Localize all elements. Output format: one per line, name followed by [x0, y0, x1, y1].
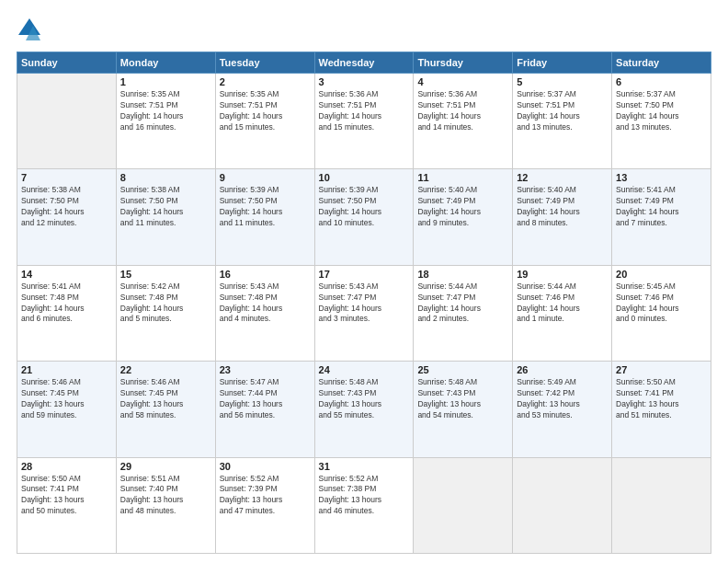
- day-info: Sunrise: 5:35 AM Sunset: 7:51 PM Dayligh…: [220, 89, 311, 133]
- calendar-cell: 18Sunrise: 5:44 AM Sunset: 7:47 PM Dayli…: [414, 265, 513, 361]
- day-info: Sunrise: 5:47 AM Sunset: 7:44 PM Dayligh…: [220, 377, 311, 421]
- calendar-cell: [612, 457, 711, 553]
- calendar-cell: 11Sunrise: 5:40 AM Sunset: 7:49 PM Dayli…: [414, 169, 513, 265]
- weekday-header-row: SundayMondayTuesdayWednesdayThursdayFrid…: [17, 52, 711, 74]
- day-number: 24: [319, 364, 410, 375]
- week-row-2: 7Sunrise: 5:38 AM Sunset: 7:50 PM Daylig…: [17, 169, 711, 265]
- day-number: 10: [319, 172, 410, 183]
- day-number: 1: [120, 76, 211, 87]
- calendar-cell: 24Sunrise: 5:48 AM Sunset: 7:43 PM Dayli…: [314, 362, 414, 457]
- calendar-cell: 28Sunrise: 5:50 AM Sunset: 7:41 PM Dayli…: [17, 457, 117, 553]
- day-info: Sunrise: 5:38 AM Sunset: 7:50 PM Dayligh…: [120, 185, 211, 229]
- page: SundayMondayTuesdayWednesdayThursdayFrid…: [0, 0, 728, 563]
- day-info: Sunrise: 5:45 AM Sunset: 7:46 PM Dayligh…: [616, 282, 707, 326]
- day-info: Sunrise: 5:48 AM Sunset: 7:43 PM Dayligh…: [417, 377, 508, 421]
- calendar-cell: [414, 457, 513, 553]
- header: [17, 17, 711, 42]
- calendar-cell: 4Sunrise: 5:36 AM Sunset: 7:51 PM Daylig…: [414, 74, 513, 169]
- calendar-cell: 17Sunrise: 5:43 AM Sunset: 7:47 PM Dayli…: [314, 265, 414, 361]
- day-info: Sunrise: 5:43 AM Sunset: 7:48 PM Dayligh…: [220, 282, 311, 326]
- calendar-cell: 2Sunrise: 5:35 AM Sunset: 7:51 PM Daylig…: [215, 74, 314, 169]
- calendar-cell: 8Sunrise: 5:38 AM Sunset: 7:50 PM Daylig…: [116, 169, 215, 265]
- day-info: Sunrise: 5:36 AM Sunset: 7:51 PM Dayligh…: [417, 89, 508, 133]
- calendar-cell: 12Sunrise: 5:40 AM Sunset: 7:49 PM Dayli…: [513, 169, 612, 265]
- day-number: 7: [21, 172, 112, 183]
- day-number: 25: [417, 364, 508, 375]
- logo-icon: [17, 17, 42, 42]
- day-info: Sunrise: 5:41 AM Sunset: 7:48 PM Dayligh…: [21, 282, 112, 326]
- weekday-header-sunday: Sunday: [17, 52, 117, 74]
- calendar-cell: [17, 74, 117, 169]
- day-number: 13: [616, 172, 707, 183]
- day-number: 28: [21, 461, 112, 472]
- day-info: Sunrise: 5:52 AM Sunset: 7:39 PM Dayligh…: [220, 474, 311, 518]
- day-number: 11: [417, 172, 508, 183]
- day-number: 23: [220, 364, 311, 375]
- day-number: 21: [21, 364, 112, 375]
- day-number: 4: [417, 76, 508, 87]
- day-number: 15: [120, 269, 211, 280]
- calendar-cell: 22Sunrise: 5:46 AM Sunset: 7:45 PM Dayli…: [116, 362, 215, 457]
- day-info: Sunrise: 5:50 AM Sunset: 7:41 PM Dayligh…: [21, 474, 112, 518]
- day-number: 31: [319, 461, 410, 472]
- day-number: 9: [220, 172, 311, 183]
- day-number: 27: [616, 364, 707, 375]
- day-info: Sunrise: 5:38 AM Sunset: 7:50 PM Dayligh…: [21, 185, 112, 229]
- calendar-cell: 20Sunrise: 5:45 AM Sunset: 7:46 PM Dayli…: [612, 265, 711, 361]
- calendar-cell: 16Sunrise: 5:43 AM Sunset: 7:48 PM Dayli…: [215, 265, 314, 361]
- day-info: Sunrise: 5:40 AM Sunset: 7:49 PM Dayligh…: [517, 185, 608, 229]
- day-info: Sunrise: 5:42 AM Sunset: 7:48 PM Dayligh…: [120, 282, 211, 326]
- day-info: Sunrise: 5:41 AM Sunset: 7:49 PM Dayligh…: [616, 185, 707, 229]
- weekday-header-tuesday: Tuesday: [215, 52, 314, 74]
- day-number: 5: [517, 76, 608, 87]
- day-info: Sunrise: 5:39 AM Sunset: 7:50 PM Dayligh…: [319, 185, 410, 229]
- svg-marker-0: [18, 18, 40, 35]
- calendar-table: SundayMondayTuesdayWednesdayThursdayFrid…: [17, 52, 711, 554]
- day-number: 20: [616, 269, 707, 280]
- logo: [17, 17, 46, 42]
- day-info: Sunrise: 5:49 AM Sunset: 7:42 PM Dayligh…: [517, 377, 608, 421]
- day-number: 19: [517, 269, 608, 280]
- day-number: 12: [517, 172, 608, 183]
- day-number: 16: [220, 269, 311, 280]
- day-info: Sunrise: 5:39 AM Sunset: 7:50 PM Dayligh…: [220, 185, 311, 229]
- day-number: 6: [616, 76, 707, 87]
- calendar-cell: 7Sunrise: 5:38 AM Sunset: 7:50 PM Daylig…: [17, 169, 117, 265]
- day-info: Sunrise: 5:43 AM Sunset: 7:47 PM Dayligh…: [319, 282, 410, 326]
- week-row-3: 14Sunrise: 5:41 AM Sunset: 7:48 PM Dayli…: [17, 265, 711, 361]
- calendar-cell: 15Sunrise: 5:42 AM Sunset: 7:48 PM Dayli…: [116, 265, 215, 361]
- day-info: Sunrise: 5:51 AM Sunset: 7:40 PM Dayligh…: [120, 474, 211, 518]
- weekday-header-thursday: Thursday: [414, 52, 513, 74]
- day-info: Sunrise: 5:40 AM Sunset: 7:49 PM Dayligh…: [417, 185, 508, 229]
- day-number: 14: [21, 269, 112, 280]
- calendar-cell: 23Sunrise: 5:47 AM Sunset: 7:44 PM Dayli…: [215, 362, 314, 457]
- day-number: 29: [120, 461, 211, 472]
- day-info: Sunrise: 5:37 AM Sunset: 7:51 PM Dayligh…: [517, 89, 608, 133]
- day-info: Sunrise: 5:44 AM Sunset: 7:47 PM Dayligh…: [417, 282, 508, 326]
- week-row-1: 1Sunrise: 5:35 AM Sunset: 7:51 PM Daylig…: [17, 74, 711, 169]
- weekday-header-saturday: Saturday: [612, 52, 711, 74]
- calendar-cell: 29Sunrise: 5:51 AM Sunset: 7:40 PM Dayli…: [116, 457, 215, 553]
- day-number: 3: [319, 76, 410, 87]
- calendar-cell: 13Sunrise: 5:41 AM Sunset: 7:49 PM Dayli…: [612, 169, 711, 265]
- day-number: 8: [120, 172, 211, 183]
- day-info: Sunrise: 5:46 AM Sunset: 7:45 PM Dayligh…: [120, 377, 211, 421]
- calendar-cell: 19Sunrise: 5:44 AM Sunset: 7:46 PM Dayli…: [513, 265, 612, 361]
- weekday-header-wednesday: Wednesday: [314, 52, 414, 74]
- day-info: Sunrise: 5:46 AM Sunset: 7:45 PM Dayligh…: [21, 377, 112, 421]
- day-number: 17: [319, 269, 410, 280]
- calendar-cell: 27Sunrise: 5:50 AM Sunset: 7:41 PM Dayli…: [612, 362, 711, 457]
- calendar-cell: 10Sunrise: 5:39 AM Sunset: 7:50 PM Dayli…: [314, 169, 414, 265]
- day-info: Sunrise: 5:50 AM Sunset: 7:41 PM Dayligh…: [616, 377, 707, 421]
- day-info: Sunrise: 5:35 AM Sunset: 7:51 PM Dayligh…: [120, 89, 211, 133]
- day-info: Sunrise: 5:36 AM Sunset: 7:51 PM Dayligh…: [319, 89, 410, 133]
- day-number: 30: [220, 461, 311, 472]
- calendar-cell: 6Sunrise: 5:37 AM Sunset: 7:50 PM Daylig…: [612, 74, 711, 169]
- day-info: Sunrise: 5:44 AM Sunset: 7:46 PM Dayligh…: [517, 282, 608, 326]
- calendar-cell: 31Sunrise: 5:52 AM Sunset: 7:38 PM Dayli…: [314, 457, 414, 553]
- day-number: 2: [220, 76, 311, 87]
- week-row-5: 28Sunrise: 5:50 AM Sunset: 7:41 PM Dayli…: [17, 457, 711, 553]
- calendar-cell: 5Sunrise: 5:37 AM Sunset: 7:51 PM Daylig…: [513, 74, 612, 169]
- calendar-cell: 26Sunrise: 5:49 AM Sunset: 7:42 PM Dayli…: [513, 362, 612, 457]
- calendar-cell: 9Sunrise: 5:39 AM Sunset: 7:50 PM Daylig…: [215, 169, 314, 265]
